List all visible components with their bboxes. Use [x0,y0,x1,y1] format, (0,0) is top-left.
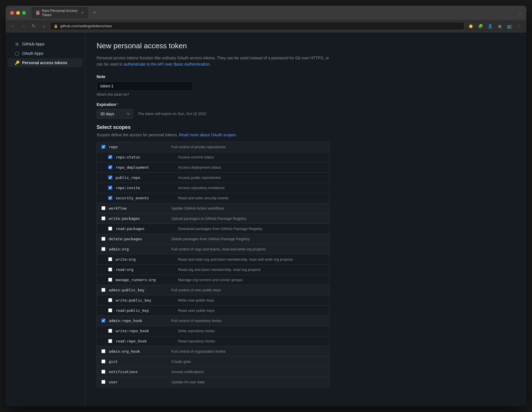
note-hint: What's this token for? [97,93,329,97]
scope-name-admin-public-key: admin:public_key [109,288,171,292]
scope-row-delete-packages: delete:packages Delete packages from Git… [97,234,329,244]
personal-access-tokens-icon: 🔑 [15,60,19,65]
scope-desc-workflow: Update GitHub Action workflows [171,206,325,210]
scope-checkbox-write-repo-hook[interactable] [108,329,112,333]
scope-checkbox-read-public-key[interactable] [108,308,112,312]
scope-name-repo-deployment: repo_deployment [116,165,178,170]
page-title: New personal access token [97,41,329,50]
address-bar[interactable]: 🔒 github.com/settings/tokens/new [50,22,464,30]
scope-desc-delete-packages: Delete packages from GitHub Package Regi… [171,237,325,241]
scope-name-admin-org: admin:org [109,247,171,251]
scope-name-read-packages: read:packages [116,227,178,231]
scope-name-read-repo-hook: read:repo_hook [116,339,178,343]
scope-desc-public-repo: Access public repositories [178,175,325,180]
scope-row-admin-repo-hook: admin:repo_hook Full control of reposito… [97,316,329,326]
page-description: Personal access tokens function like ord… [97,55,329,68]
maximize-button[interactable] [22,11,26,15]
scope-name-notifications: notifications [109,370,171,374]
scope-checkbox-repo-status[interactable] [108,155,112,159]
extensions-icon[interactable]: 🧩 [476,22,484,30]
main-content: New personal access token Personal acces… [85,32,341,406]
scope-desc-repo-invite: Access repository invitations [178,186,325,190]
sidebar-item-personal-access-tokens[interactable]: 🔑 Personal access tokens [8,58,83,67]
note-input[interactable] [97,81,193,91]
scope-checkbox-user[interactable] [101,380,105,384]
auth-link[interactable]: authenticate to the API over Basic Authe… [124,62,210,66]
oauth-scopes-link[interactable]: Read more about OAuth scopes. [179,133,237,137]
scope-row-read-org: read:org Read org and team membership, r… [97,265,329,275]
scope-checkbox-notifications[interactable] [101,370,105,374]
expiration-select[interactable]: 30 days 7 days 60 days 90 days Custom No… [97,109,133,119]
close-button[interactable] [10,11,14,15]
scope-checkbox-gist[interactable] [101,359,105,363]
tab-close-button[interactable]: ✕ [81,11,84,15]
scope-checkbox-write-packages[interactable] [101,216,105,220]
scope-desc-admin-public-key: Full control of user public keys [171,288,325,292]
minimize-button[interactable] [16,11,20,15]
active-tab[interactable]: 🐙 New Personal Access Token ✕ [32,7,88,19]
new-tab-button[interactable]: + [91,9,99,17]
scope-checkbox-workflow[interactable] [101,206,105,210]
scope-checkbox-repo-deployment[interactable] [108,165,112,169]
menu-icon[interactable]: ⋮ [515,22,523,30]
scope-desc-read-public-key: Read user public keys [178,308,325,313]
scope-row-security-events: security_events Read and write security … [97,193,329,203]
tab-title: New Personal Access Token [42,9,78,17]
scope-checkbox-admin-public-key[interactable] [101,288,105,292]
scope-checkbox-read-org[interactable] [108,267,112,271]
scope-checkbox-security-events[interactable] [108,196,112,200]
scope-desc-repo: Full control of private repositories [171,145,325,149]
scope-row-notifications: notifications Access notifications [97,367,329,377]
sidebar-toggle-icon[interactable]: ▣ [496,22,504,30]
scope-name-write-repo-hook: write:repo_hook [116,329,178,333]
scope-row-manage-runners-org: manage_runners:org Manage org runners an… [97,275,329,285]
page-content: ⊞ GitHub Apps ◯ OAuth Apps 🔑 Personal ac… [6,32,526,406]
scope-name-workflow: workflow [109,206,171,210]
scope-desc-admin-org-hook: Full control of organization hooks [171,349,325,354]
scopes-form-group: Select scopes Scopes define the access f… [97,124,329,387]
browser-toolbar: ← → ↻ ⌂ 🔒 github.com/settings/tokens/new… [6,20,526,32]
scope-desc-repo-status: Access commit status [178,155,325,159]
home-button[interactable]: ⌂ [40,22,48,30]
scope-checkbox-public-repo[interactable] [108,175,112,179]
scope-row-repo: repo Full control of private repositorie… [97,142,329,152]
scopes-title: Select scopes [97,124,329,130]
scope-checkbox-repo[interactable] [101,145,105,149]
sidebar-label-oauth-apps: OAuth Apps [22,51,43,56]
scope-row-admin-org-hook: admin:org_hook Full control of organizat… [97,346,329,357]
window-controls-right: ⌄ [518,11,522,15]
scope-desc-notifications: Access notifications [171,370,325,374]
scope-checkbox-repo-invite[interactable] [108,186,112,190]
sidebar-item-oauth-apps[interactable]: ◯ OAuth Apps [8,49,83,58]
scope-checkbox-admin-org[interactable] [101,247,105,251]
browser-frame: 🐙 New Personal Access Token ✕ + ⌄ ← → ↻ … [6,6,526,406]
cast-icon[interactable]: 📺 [505,22,513,30]
refresh-button[interactable]: ↻ [30,22,37,30]
scope-checkbox-write-org[interactable] [108,257,112,261]
forward-button[interactable]: → [19,22,27,30]
sidebar-label-personal-access-tokens: Personal access tokens [22,60,67,65]
sidebar-item-github-apps[interactable]: ⊞ GitHub Apps [8,39,83,49]
scope-desc-user: Update All user data [171,380,325,384]
bookmarks-icon[interactable]: ⭐ [467,22,475,30]
toolbar-actions: ⭐ 🧩 👤 ▣ 📺 ⋮ [467,22,523,30]
scope-checkbox-read-repo-hook[interactable] [108,339,112,343]
scope-checkbox-admin-org-hook[interactable] [101,349,105,353]
scope-row-repo-status: repo:status Access commit status [97,152,329,162]
scope-checkbox-manage-runners-org[interactable] [108,278,112,282]
scope-row-public-repo: public_repo Access public repositories [97,173,329,183]
scope-desc-read-packages: Download packages from GitHub Package Re… [178,227,325,231]
scope-name-admin-org-hook: admin:org_hook [109,349,171,354]
scope-name-repo: repo [109,145,171,149]
scope-row-repo-deployment: repo_deployment Access deployment status [97,162,329,173]
description-text-2: . [210,62,211,66]
back-button[interactable]: ← [9,22,17,30]
note-form-group: Note What's this token for? [97,74,329,97]
scope-checkbox-admin-repo-hook[interactable] [101,319,105,323]
scope-checkbox-read-packages[interactable] [108,227,112,231]
scope-checkbox-write-public-key[interactable] [108,298,112,302]
scope-checkbox-delete-packages[interactable] [101,237,105,241]
scope-row-write-repo-hook: write:repo_hook Write repository hooks [97,326,329,336]
window-controls [10,11,26,15]
profile-icon[interactable]: 👤 [486,22,494,30]
